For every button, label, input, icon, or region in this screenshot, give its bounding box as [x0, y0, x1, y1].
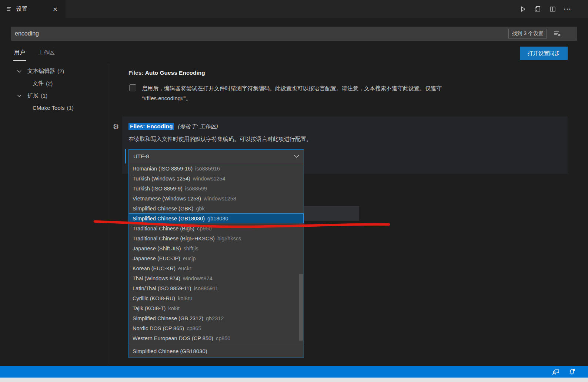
encoding-option-code: windows1254: [193, 176, 225, 182]
encoding-option[interactable]: Traditional Chinese (Big5-HKSCS) big5hks…: [129, 233, 304, 243]
settings-sync-button[interactable]: 打开设置同步: [520, 47, 568, 60]
encoding-select[interactable]: UTF-8: [128, 149, 304, 163]
open-settings-json-icon[interactable]: [532, 4, 543, 14]
encoding-option-name: Simplified Chinese (GB18030): [133, 216, 205, 222]
editor-tab-bar: 设置 ✕ ⋯: [0, 0, 588, 18]
encoding-dropdown: Romanian (ISO 8859-16) iso885916 Turkish…: [128, 163, 304, 358]
encoding-option-code: euckr: [178, 266, 191, 271]
encoding-option-name: Japanese (EUC-JP): [133, 256, 180, 261]
encoding-option-name: Simplified Chinese (GB 2312): [133, 315, 203, 321]
encoding-option-name: Cyrillic (KOI8-RU): [133, 295, 175, 301]
encoding-option-code: eucjp: [183, 256, 196, 261]
dropdown-scrollbar[interactable]: [299, 274, 303, 341]
encoding-option-name: Latin/Thai (ISO 8859-11): [133, 285, 191, 291]
screen-bottom-strip: [0, 378, 588, 382]
toc-item-label: 扩展: [27, 92, 39, 99]
encoding-option[interactable]: Turkish (Windows 1254) windows1254: [129, 173, 304, 183]
toc-item-label: 文本编辑器: [27, 68, 55, 75]
tab-label: 设置: [16, 6, 27, 13]
encoding-option-code: cp850: [216, 335, 231, 341]
status-bar: [0, 366, 588, 378]
encoding-option-code: gbk: [196, 206, 204, 212]
encoding-option-code: iso885916: [195, 166, 220, 172]
toc-item-label: CMake Tools: [33, 105, 64, 111]
chevron-down-icon: [294, 155, 299, 158]
toc-item-count: (1): [67, 105, 73, 111]
clear-filter-icon[interactable]: [552, 29, 562, 38]
encoding-option-name: Traditional Chinese (Big5-HKSCS): [133, 236, 215, 241]
setting-category: Files:: [128, 70, 145, 76]
encoding-option[interactable]: Traditional Chinese (Big5) cp950: [129, 223, 304, 233]
encoding-option-name: Vietnamese (Windows 1258): [133, 196, 201, 202]
encoding-select-value: UTF-8: [133, 153, 149, 159]
encoding-option[interactable]: Simplified Chinese (GBK) gbk: [129, 203, 304, 213]
tab-user-settings[interactable]: 用户: [14, 49, 25, 56]
encoding-option-code: shiftjis: [184, 246, 198, 251]
encoding-option-code: cp950: [197, 226, 212, 231]
description-line: 启用后，编辑器将尝试在打开文件时猜测字符集编码。此设置也可以按语言配置。请注意，…: [142, 83, 442, 93]
encoding-option[interactable]: Simplified Chinese (GB 2312) gb2312: [129, 313, 304, 323]
encoding-option-list: Romanian (ISO 8859-16) iso885916 Turkish…: [129, 163, 304, 344]
encoding-option[interactable]: Japanese (Shift JIS) shiftjis: [129, 243, 304, 253]
encoding-option-name: Turkish (ISO 8859-9): [133, 186, 183, 192]
more-actions-icon[interactable]: ⋯: [562, 4, 572, 14]
modified-prefix: (修改于:: [178, 123, 199, 129]
vscode-window: 设置 ✕ ⋯ 找到 3 个设置: [0, 0, 588, 382]
auto-guess-encoding-checkbox[interactable]: [129, 84, 136, 91]
encoding-option-code: koi8t: [168, 305, 180, 311]
encoding-option-code: gb2312: [206, 315, 224, 321]
close-icon[interactable]: ✕: [51, 5, 59, 13]
encoding-option[interactable]: Simplified Chinese (GB18030) gb18030: [129, 213, 304, 223]
encoding-option-name: Tajik (KOI8-T): [133, 305, 166, 311]
encoding-option[interactable]: Tajik (KOI8-T) koi8t: [129, 303, 304, 313]
run-icon[interactable]: [518, 4, 528, 14]
toc-item-count: (2): [57, 68, 64, 74]
encoding-option[interactable]: Turkish (ISO 8859-9) iso88599: [129, 183, 304, 193]
toc-item[interactable]: 文件 (2): [0, 77, 108, 89]
description-line: “#files.encoding#”。: [142, 93, 442, 103]
encoding-option-name: Thai (Windows 874): [133, 275, 180, 281]
encoding-option[interactable]: Nordic DOS (CP 865) cp865: [129, 323, 304, 333]
encoding-option-code: windows1258: [204, 196, 236, 202]
gear-icon[interactable]: ⚙: [112, 122, 120, 131]
chevron-down-icon: [17, 70, 24, 73]
encoding-option[interactable]: Japanese (EUC-JP) eucjp: [129, 253, 304, 263]
split-editor-icon[interactable]: [547, 4, 558, 14]
setting-name-highlighted: Files: Encoding: [128, 123, 174, 130]
feedback-icon[interactable]: [552, 369, 559, 375]
settings-scope-row: 用户 工作区 打开设置同步: [0, 46, 588, 63]
toc-item[interactable]: 文本编辑器 (2): [0, 65, 108, 77]
chevron-down-icon: [17, 94, 24, 97]
toc-item-count: (2): [46, 80, 53, 87]
search-input[interactable]: [11, 27, 577, 41]
settings-toc: 文本编辑器 (2) 文件 (2) 扩展 (1) CMake Tools (1): [0, 65, 108, 114]
encoding-option-name: Western European DOS (CP 850): [133, 335, 213, 341]
encoding-option[interactable]: Korean (EUC-KR) euckr: [129, 263, 304, 273]
tab-settings[interactable]: 设置 ✕: [0, 0, 66, 18]
results-count-badge: 找到 3 个设置: [508, 29, 547, 38]
encoding-option-code: koi8ru: [178, 295, 193, 301]
auto-guess-encoding-description: 启用后，编辑器将尝试在打开文件时猜测字符集编码。此设置也可以按语言配置。请注意，…: [142, 83, 442, 103]
modified-suffix: ): [216, 123, 218, 129]
encoding-option-code: iso885911: [194, 285, 218, 291]
toc-item-label: 文件: [33, 80, 44, 87]
tab-workspace-settings[interactable]: 工作区: [38, 49, 55, 56]
setting-title-auto-guess-encoding: Files: Auto Guess Encoding: [128, 70, 205, 76]
background-input-box: [304, 206, 359, 221]
setting-name: Auto Guess Encoding: [145, 70, 205, 76]
notifications-bell-icon[interactable]: [568, 368, 575, 375]
encoding-option[interactable]: Latin/Thai (ISO 8859-11) iso885911: [129, 283, 304, 293]
encoding-option-name: Nordic DOS (CP 865): [133, 325, 184, 331]
encoding-option[interactable]: Thai (Windows 874) windows874: [129, 273, 304, 283]
header-divider: [0, 63, 588, 63]
encoding-option[interactable]: Cyrillic (KOI8-RU) koi8ru: [129, 293, 304, 303]
encoding-option[interactable]: Western European DOS (CP 850) cp850: [129, 333, 304, 343]
toc-item[interactable]: CMake Tools (1): [0, 102, 108, 114]
encoding-option[interactable]: Vietnamese (Windows 1258) windows1258: [129, 193, 304, 203]
encoding-option-code: gb18030: [207, 216, 228, 222]
settings-search-box: 找到 3 个设置: [11, 27, 577, 41]
encoding-option[interactable]: Romanian (ISO 8859-16) iso885916: [129, 163, 304, 173]
workspace-link[interactable]: 工作区: [200, 123, 216, 129]
settings-editor-icon: [7, 6, 13, 12]
toc-item[interactable]: 扩展 (1): [0, 89, 108, 102]
